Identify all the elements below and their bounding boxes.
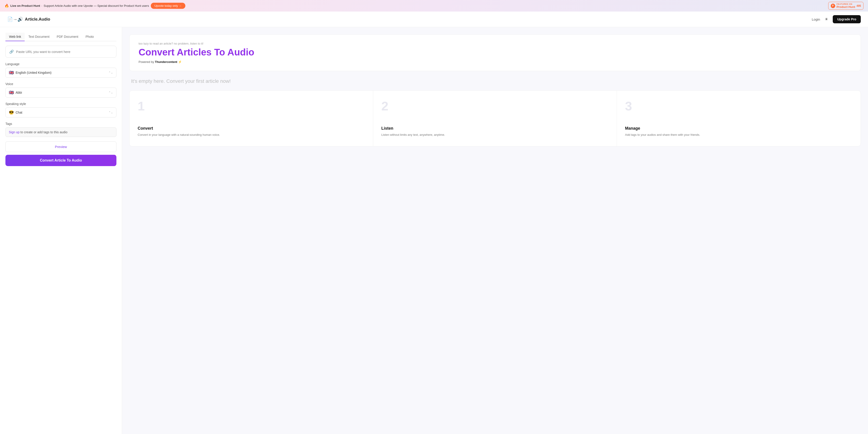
speaking-style-label: Speaking style bbox=[5, 102, 116, 106]
url-input-container[interactable]: 🔗 bbox=[5, 46, 116, 58]
language-flag: 🇬🇧 bbox=[9, 70, 14, 75]
tags-suffix: to create or add tags to this audio bbox=[20, 131, 67, 134]
banner-left: 🔥 Live on Product Hunt · Support Article… bbox=[4, 3, 185, 9]
tags-label: Tags bbox=[5, 122, 116, 125]
voice-label: Voice bbox=[5, 82, 116, 86]
input-tabs: Web link Text Document PDF Document Phot… bbox=[5, 33, 116, 41]
thunder-icon: ⚡ bbox=[178, 60, 182, 64]
login-link[interactable]: Login bbox=[812, 18, 820, 21]
feature-number-3: 3 bbox=[625, 100, 852, 112]
hero-card: too lazy to read an article? no problem,… bbox=[129, 34, 861, 71]
link-icon: 🔗 bbox=[9, 50, 14, 54]
language-select-inner: 🇬🇧 English (United Kingdom) bbox=[9, 70, 52, 75]
logo: 📄→🔊 Article.Audio bbox=[7, 17, 50, 22]
theme-toggle-button[interactable]: ☀ bbox=[825, 17, 828, 22]
url-input[interactable] bbox=[16, 50, 113, 54]
voice-section: Voice 🇬🇧 Abbi ⌃⌄ bbox=[5, 82, 116, 97]
language-value: English (United Kingdom) bbox=[16, 71, 52, 75]
product-hunt-badge[interactable]: P FEATURED ON Product Hunt 495 bbox=[828, 2, 864, 10]
logo-text: Article.Audio bbox=[25, 17, 50, 22]
fire-icon: 🔥 bbox=[4, 4, 9, 8]
tab-web-link[interactable]: Web link bbox=[5, 33, 25, 41]
hero-subtitle: too lazy to read an article? no problem,… bbox=[138, 42, 851, 45]
feature-number-1: 1 bbox=[138, 100, 365, 112]
upvote-button[interactable]: Upvote today only → bbox=[151, 3, 185, 9]
live-text: Live on Product Hunt bbox=[10, 4, 40, 7]
banner-message: 🔥 Live on Product Hunt · Support Article… bbox=[4, 4, 149, 8]
voice-value: Abbi bbox=[16, 91, 22, 94]
tags-input: Sign up to create or add tags to this au… bbox=[5, 127, 116, 137]
upgrade-pro-button[interactable]: Upgrade Pro bbox=[833, 15, 861, 23]
language-select[interactable]: 🇬🇧 English (United Kingdom) ⌃⌄ bbox=[5, 68, 116, 78]
tab-text-document[interactable]: Text Document bbox=[25, 33, 53, 41]
hero-title-part2: To Audio bbox=[214, 47, 254, 57]
ph-label-line1: FEATURED ON bbox=[837, 3, 855, 5]
powered-label: Powered by bbox=[138, 60, 155, 64]
speaking-style-emoji: 😎 bbox=[9, 110, 14, 115]
feature-card-manage: 3 Manage Add tags to your audios and sha… bbox=[617, 91, 861, 146]
voice-select[interactable]: 🇬🇧 Abbi ⌃⌄ bbox=[5, 88, 116, 97]
left-panel: Web link Text Document PDF Document Phot… bbox=[0, 27, 122, 434]
language-label: Language bbox=[5, 62, 116, 66]
ph-label: FEATURED ON Product Hunt bbox=[837, 3, 855, 8]
hero-title-part1: Convert Articles bbox=[138, 47, 214, 57]
right-panel: too lazy to read an article? no problem,… bbox=[122, 27, 868, 434]
feature-desc-manage: Add tags to your audios and share them w… bbox=[625, 133, 852, 137]
feature-title-manage: Manage bbox=[625, 126, 852, 131]
speaking-style-select[interactable]: 😎 Chat ⌃⌄ bbox=[5, 108, 116, 117]
language-chevron-icon: ⌃⌄ bbox=[108, 71, 113, 74]
feature-title-listen: Listen bbox=[381, 126, 609, 131]
feature-desc-listen: Listen without limits any text, anywhere… bbox=[381, 133, 609, 137]
hero-title: Convert Articles To Audio bbox=[138, 47, 851, 57]
banner-separator: · bbox=[41, 4, 42, 7]
empty-state-text: It's empty here. Convert your first arti… bbox=[129, 78, 861, 84]
speaking-style-section: Speaking style 😎 Chat ⌃⌄ bbox=[5, 102, 116, 117]
feature-number-2: 2 bbox=[381, 100, 609, 112]
banner-description: Support Article Audio with one Upvote — … bbox=[43, 4, 149, 7]
powered-by: Powered by Thundercontent ⚡ bbox=[138, 60, 851, 64]
header-right: Login ☀ Upgrade Pro bbox=[812, 15, 861, 23]
voice-flag: 🇬🇧 bbox=[9, 90, 14, 95]
ph-label-line2: Product Hunt bbox=[837, 5, 855, 8]
feature-card-listen: 2 Listen Listen without limits any text,… bbox=[373, 91, 617, 146]
main-layout: Web link Text Document PDF Document Phot… bbox=[0, 27, 868, 434]
feature-desc-convert: Convert in your language with a natural-… bbox=[138, 133, 365, 137]
tags-signup-link[interactable]: Sign up bbox=[9, 131, 20, 134]
speaking-style-value: Chat bbox=[16, 111, 22, 114]
tab-pdf-document[interactable]: PDF Document bbox=[53, 33, 82, 41]
convert-button[interactable]: Convert Article To Audio bbox=[5, 155, 116, 166]
logo-icon: 📄→🔊 bbox=[7, 17, 23, 22]
ph-icon: P bbox=[831, 4, 835, 8]
feature-cards: 1 Convert Convert in your language with … bbox=[129, 90, 861, 146]
tags-section: Tags Sign up to create or add tags to th… bbox=[5, 122, 116, 137]
ph-count: 495 bbox=[857, 4, 861, 7]
header: 📄→🔊 Article.Audio Login ☀ Upgrade Pro bbox=[0, 11, 868, 27]
language-section: Language 🇬🇧 English (United Kingdom) ⌃⌄ bbox=[5, 62, 116, 78]
voice-chevron-icon: ⌃⌄ bbox=[108, 91, 113, 94]
feature-card-convert: 1 Convert Convert in your language with … bbox=[129, 91, 373, 146]
voice-select-inner: 🇬🇧 Abbi bbox=[9, 90, 22, 95]
speaking-style-chevron-icon: ⌃⌄ bbox=[108, 111, 113, 114]
powered-brand: Thundercontent bbox=[155, 60, 177, 64]
top-banner: 🔥 Live on Product Hunt · Support Article… bbox=[0, 0, 868, 11]
speaking-style-select-inner: 😎 Chat bbox=[9, 110, 22, 115]
preview-button[interactable]: Preview bbox=[5, 141, 116, 152]
tab-photo[interactable]: Photo bbox=[82, 33, 98, 41]
feature-title-convert: Convert bbox=[138, 126, 365, 131]
